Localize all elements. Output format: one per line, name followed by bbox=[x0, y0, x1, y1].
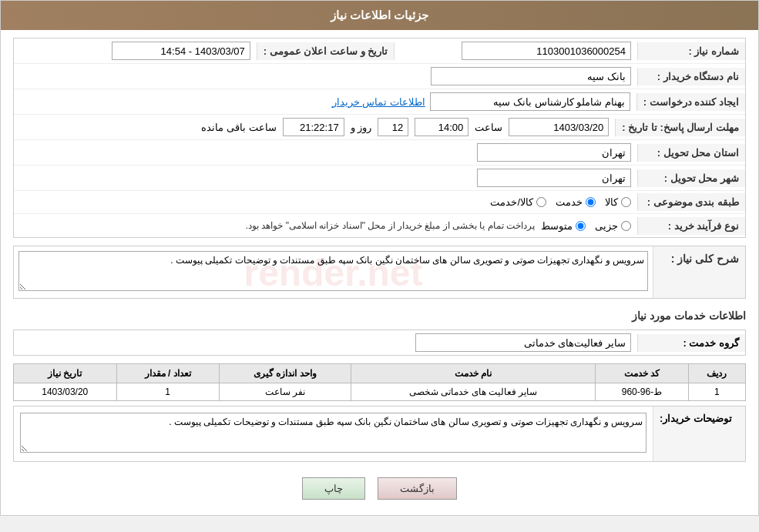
buyer-desc-textarea[interactable] bbox=[20, 413, 646, 453]
shenase-input[interactable] bbox=[462, 42, 631, 60]
buttons-row: بازگشت چاپ bbox=[13, 470, 746, 507]
group-input[interactable] bbox=[415, 333, 631, 352]
tabaqe-kala-khedmat[interactable]: کالا/خدمت bbox=[490, 196, 546, 208]
group-row: گروه خدمت : bbox=[13, 330, 746, 356]
sharh-textarea[interactable] bbox=[18, 251, 648, 291]
saat-static-label: ساعت bbox=[475, 122, 502, 133]
cell-unit: نفر ساعت bbox=[219, 383, 351, 401]
mohlat-value-cell: ساعت روز و ساعت باقی مانده bbox=[14, 115, 615, 139]
cell-tarikh: 1403/03/20 bbox=[14, 383, 117, 401]
sharh-content: render.net bbox=[14, 246, 653, 298]
farayand-jozi[interactable]: جزیی bbox=[595, 220, 631, 232]
row-ostan: استان محل تحویل : bbox=[14, 140, 745, 166]
row-mohlat: مهلت ارسال پاسخ: تا تاریخ : ساعت روز و س… bbox=[14, 115, 745, 140]
remaining-label: ساعت باقی مانده bbox=[201, 122, 276, 133]
col-name: نام خدمت bbox=[351, 364, 596, 383]
services-table: ردیف کد خدمت نام خدمت واحد اندازه گیری ت… bbox=[13, 363, 746, 401]
page-wrapper: جزئیات اطلاعات نیاز شماره نیاز : تاریخ و… bbox=[0, 0, 759, 516]
cell-name: سایر فعالیت های خدماتی شخصی bbox=[351, 383, 596, 401]
shenase-label: شماره نیاز : bbox=[637, 42, 745, 60]
row-tabaqe: طبقه بندی موضوعی : کالا خدمت کالا/خدمت bbox=[14, 191, 745, 214]
group-label: گروه خدمت : bbox=[637, 334, 745, 352]
buyer-desc-label: توضیحات خریدار: bbox=[653, 407, 745, 461]
rooz-label: روز و bbox=[351, 122, 372, 133]
col-tedad: تعداد / مقدار bbox=[116, 364, 219, 383]
page-header: جزئیات اطلاعات نیاز bbox=[1, 1, 758, 30]
row-dasgah: نام دستگاه خریدار : bbox=[14, 64, 745, 89]
tabaqe-kala[interactable]: کالا bbox=[605, 196, 631, 208]
buyer-desc-content bbox=[14, 407, 653, 461]
tabaqe-radio-group: کالا خدمت کالا/خدمت bbox=[490, 196, 631, 208]
ostan-value-cell bbox=[14, 140, 637, 165]
shahr-value-cell bbox=[14, 166, 637, 190]
col-unit: واحد اندازه گیری bbox=[219, 364, 351, 383]
cell-kod: ط-96-960 bbox=[596, 383, 688, 401]
sharh-label: شرح کلی نیاز : bbox=[653, 246, 745, 298]
tabaqe-kala-radio[interactable] bbox=[621, 197, 631, 207]
main-info-section: شماره نیاز : تاریخ و ساعت اعلان عمومی : … bbox=[13, 38, 746, 238]
print-button[interactable]: چاپ bbox=[302, 477, 365, 500]
shahr-input[interactable] bbox=[477, 169, 631, 187]
mohlat-time-input[interactable] bbox=[415, 118, 468, 136]
tabaqe-khedmat-radio[interactable] bbox=[586, 197, 596, 207]
cell-tedad: 1 bbox=[116, 383, 219, 401]
farayand-jozi-radio[interactable] bbox=[621, 221, 631, 231]
rooz-input[interactable] bbox=[378, 118, 408, 136]
page-title: جزئیات اطلاعات نیاز bbox=[331, 8, 428, 22]
mohlat-date-input[interactable] bbox=[509, 118, 609, 136]
remaining-time-input[interactable] bbox=[283, 118, 344, 136]
table-row: 1 ط-96-960 سایر فعالیت های خدماتی شخصی ن… bbox=[14, 383, 746, 401]
farayand-motavasset-radio[interactable] bbox=[576, 221, 586, 231]
tarikh-value-cell bbox=[14, 38, 257, 63]
col-tarikh: تاریخ نیاز bbox=[14, 364, 117, 383]
page-content: شماره نیاز : تاریخ و ساعت اعلان عمومی : … bbox=[1, 30, 758, 515]
row-farayand: نوع فرآیند خرید : جزیی متوسط پرداخت تمام… bbox=[14, 214, 745, 237]
row-shenase: شماره نیاز : تاریخ و ساعت اعلان عمومی : bbox=[14, 38, 745, 64]
tarikh-elam-input[interactable] bbox=[112, 42, 250, 60]
tabaqe-kala-khedmat-radio[interactable] bbox=[536, 197, 546, 207]
tarikh-label: تاریخ و ساعت اعلان عمومی : bbox=[257, 42, 395, 60]
mohlat-label: مهلت ارسال پاسخ: تا تاریخ : bbox=[615, 119, 745, 136]
tabaqe-label: طبقه بندی موضوعی : bbox=[637, 193, 745, 211]
back-button[interactable]: بازگشت bbox=[378, 477, 457, 500]
group-value bbox=[14, 330, 637, 355]
ijad-label: ایجاد کننده درخواست : bbox=[636, 93, 745, 111]
ostan-input[interactable] bbox=[477, 143, 631, 162]
dasgah-value-cell bbox=[14, 64, 637, 89]
row-ijad: ایجاد کننده درخواست : اطلاعات تماس خریدا… bbox=[14, 89, 745, 115]
table-header-row: ردیف کد خدمت نام خدمت واحد اندازه گیری ت… bbox=[14, 364, 746, 383]
farayand-radio-group: جزیی متوسط bbox=[541, 220, 631, 232]
tabaqe-value-cell: کالا خدمت کالا/خدمت bbox=[14, 193, 637, 211]
contact-info-link[interactable]: اطلاعات تماس خریدار bbox=[332, 96, 425, 108]
col-radif: ردیف bbox=[688, 364, 745, 383]
shenase-value-cell bbox=[395, 38, 637, 63]
farayand-value-cell: جزیی متوسط پرداخت تمام یا بخشی از مبلغ خ… bbox=[14, 217, 637, 235]
dasgah-label: نام دستگاه خریدار : bbox=[637, 68, 745, 85]
date-time-group: ساعت روز و ساعت باقی مانده bbox=[201, 118, 609, 136]
col-kod: کد خدمت bbox=[596, 364, 688, 383]
services-section-title: اطلاعات خدمات مورد نیاز bbox=[13, 306, 746, 325]
ijad-input[interactable] bbox=[430, 92, 630, 111]
row-shahr: شهر محل تحویل : bbox=[14, 166, 745, 191]
buyer-desc-section: توضیحات خریدار: bbox=[13, 406, 746, 462]
ostan-label: استان محل تحویل : bbox=[637, 144, 745, 162]
shahr-label: شهر محل تحویل : bbox=[637, 169, 745, 187]
farayand-motavasset[interactable]: متوسط bbox=[541, 220, 586, 232]
dasgah-input[interactable] bbox=[431, 67, 631, 85]
tabaqe-khedmat[interactable]: خدمت bbox=[556, 196, 596, 208]
sharh-section: شرح کلی نیاز : render.net bbox=[13, 246, 746, 299]
farayand-label: نوع فرآیند خرید : bbox=[637, 217, 745, 235]
cell-radif: 1 bbox=[688, 383, 745, 401]
farayand-note: پرداخت تمام یا بخشی از مبلغ خریدار از مح… bbox=[246, 220, 535, 231]
ijad-value-cell: اطلاعات تماس خریدار bbox=[14, 89, 636, 114]
